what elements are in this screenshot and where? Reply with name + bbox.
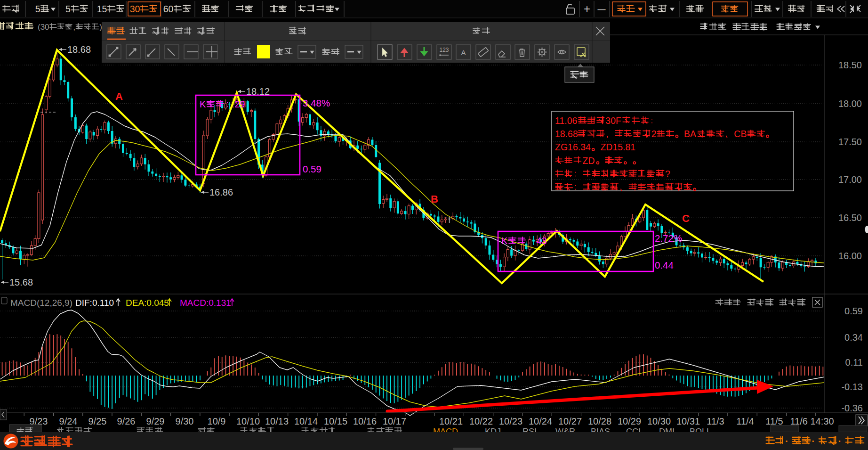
svg-text:BA: BA xyxy=(684,129,696,139)
svg-text:10/9: 10/9 xyxy=(208,416,226,426)
svg-text:9/25: 9/25 xyxy=(88,416,107,426)
svg-text:,: , xyxy=(73,23,76,32)
svg-text:10/28: 10/28 xyxy=(588,416,611,426)
svg-text:10/15: 10/15 xyxy=(324,416,347,426)
svg-text:11/6 14:30: 11/6 14:30 xyxy=(790,416,834,426)
svg-text:5: 5 xyxy=(65,4,71,14)
svg-text:10/29: 10/29 xyxy=(618,416,641,426)
svg-text:A: A xyxy=(461,49,466,57)
svg-text:3.48%: 3.48% xyxy=(303,98,330,108)
svg-text:18.68: 18.68 xyxy=(67,44,91,55)
svg-text:10/17: 10/17 xyxy=(383,416,406,426)
svg-text:10/30: 10/30 xyxy=(647,416,671,426)
svg-text:16.00: 16.00 xyxy=(838,251,862,261)
svg-text:0.59: 0.59 xyxy=(844,306,863,316)
svg-text:18.68: 18.68 xyxy=(555,129,578,139)
svg-text:10/24: 10/24 xyxy=(529,416,552,426)
svg-text:29: 29 xyxy=(234,99,245,109)
svg-text:5: 5 xyxy=(35,4,40,14)
svg-text:2.72%: 2.72% xyxy=(655,233,682,244)
svg-text:10/31: 10/31 xyxy=(676,416,700,426)
svg-text:15.68: 15.68 xyxy=(9,277,33,287)
svg-text:10/27: 10/27 xyxy=(558,416,582,426)
svg-text:0.11: 0.11 xyxy=(845,357,863,368)
svg-text:11/5: 11/5 xyxy=(765,416,783,426)
svg-text:11/3: 11/3 xyxy=(707,416,724,426)
svg-text:9/29: 9/29 xyxy=(146,416,165,426)
svg-text:2: 2 xyxy=(651,129,657,139)
svg-text:10/10: 10/10 xyxy=(236,416,260,426)
svg-text:(30: (30 xyxy=(38,23,49,32)
svg-text:11.06: 11.06 xyxy=(555,115,577,126)
svg-text:K: K xyxy=(200,99,206,109)
svg-text:9/24: 9/24 xyxy=(59,416,78,426)
svg-text:18.50: 18.50 xyxy=(838,60,862,70)
svg-text:10/13: 10/13 xyxy=(265,416,289,426)
svg-text:C: C xyxy=(682,213,690,224)
svg-text:10/23: 10/23 xyxy=(499,416,522,426)
svg-text:16.86: 16.86 xyxy=(209,187,233,197)
svg-text:17.50: 17.50 xyxy=(838,137,862,147)
svg-text:A: A xyxy=(115,90,123,102)
svg-text:43: 43 xyxy=(536,236,547,246)
svg-text:·: · xyxy=(785,435,788,446)
svg-text:9/26: 9/26 xyxy=(117,416,136,426)
svg-text:10/21: 10/21 xyxy=(439,416,463,426)
svg-text:11/4: 11/4 xyxy=(736,416,754,426)
svg-text:MACD:0.131: MACD:0.131 xyxy=(180,298,231,308)
svg-text:9/30: 9/30 xyxy=(176,416,194,426)
svg-text:18.12: 18.12 xyxy=(246,86,270,97)
svg-text:-0.13: -0.13 xyxy=(841,382,863,392)
svg-text:ZG16.34: ZG16.34 xyxy=(555,142,591,152)
svg-text:18.00: 18.00 xyxy=(838,98,862,109)
svg-text:10/22: 10/22 xyxy=(469,416,493,426)
svg-text:·: · xyxy=(838,435,842,446)
svg-text:-0.36: -0.36 xyxy=(841,403,863,413)
svg-text:0.34: 0.34 xyxy=(844,332,863,343)
svg-text:0.59: 0.59 xyxy=(303,164,321,174)
svg-text:30F: 30F xyxy=(605,115,621,126)
svg-text:17.00: 17.00 xyxy=(838,174,862,185)
svg-text:15: 15 xyxy=(97,4,107,14)
svg-text:10/16: 10/16 xyxy=(353,416,377,426)
svg-text:ZD15.81: ZD15.81 xyxy=(600,142,635,152)
svg-text:0.44: 0.44 xyxy=(655,260,674,270)
svg-text:30: 30 xyxy=(130,4,140,14)
svg-text:K: K xyxy=(501,236,508,246)
svg-text:16.50: 16.50 xyxy=(838,213,862,223)
svg-text:ZD: ZD xyxy=(583,155,595,166)
svg-text:DIF:0.110: DIF:0.110 xyxy=(75,298,114,308)
svg-text:—: — xyxy=(598,5,606,14)
svg-text:?: ? xyxy=(665,169,670,179)
svg-text:MACD(12,26,9): MACD(12,26,9) xyxy=(10,298,72,308)
svg-text:·: · xyxy=(812,435,815,446)
svg-text:10/14: 10/14 xyxy=(294,416,318,426)
svg-text:123: 123 xyxy=(439,47,449,53)
svg-text:60: 60 xyxy=(163,4,174,14)
svg-text:+: + xyxy=(584,2,590,15)
svg-text:DEA:0.045: DEA:0.045 xyxy=(126,298,169,308)
svg-text:B: B xyxy=(431,193,438,205)
svg-text:CB: CB xyxy=(734,129,747,139)
